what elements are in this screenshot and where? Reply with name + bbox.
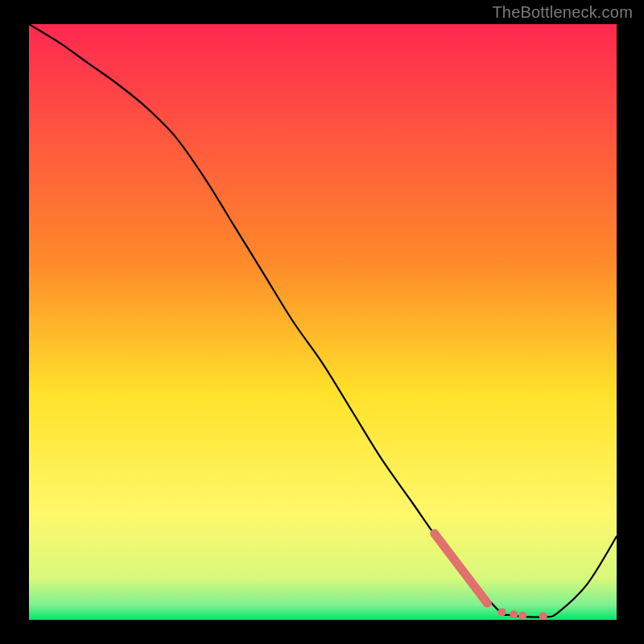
chart-svg xyxy=(29,24,617,620)
stage: TheBottleneck.com xyxy=(0,0,644,644)
marker-dot xyxy=(518,612,526,620)
heatmap-background xyxy=(29,24,617,620)
chart-plot xyxy=(29,24,617,620)
watermark-text: TheBottleneck.com xyxy=(492,3,633,22)
marker-dot xyxy=(498,608,506,616)
marker-dot xyxy=(510,610,518,618)
